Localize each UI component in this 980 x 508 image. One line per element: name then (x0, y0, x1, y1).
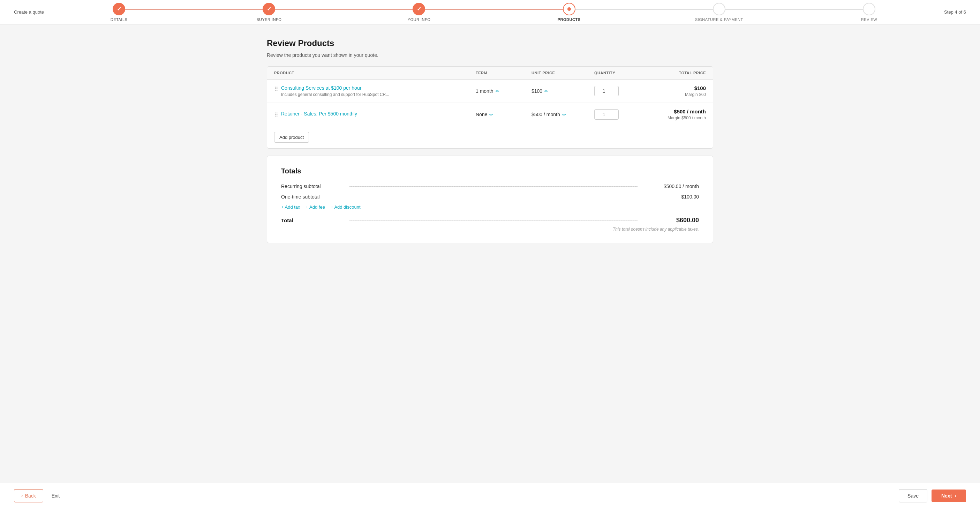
step-label-products: PRODUCTS (558, 18, 581, 22)
one-time-subtotal-value: $100.00 (643, 194, 699, 199)
unit-price-cell-2: $500 / month ✏ (531, 111, 594, 117)
drag-handle-icon[interactable]: ⠿ (274, 86, 278, 92)
totals-row-one-time: One-time subtotal $100.00 (281, 194, 699, 199)
total-cell-1: $100 Margin $60 (643, 85, 706, 97)
total-amount-2: $500 / month (643, 108, 706, 115)
step-label-your-info: YOUR INFO (408, 18, 431, 22)
totals-row-total: Total $600.00 (281, 217, 699, 224)
edit-term-icon-1[interactable]: ✏ (496, 89, 500, 94)
page-title: Review Products (267, 38, 713, 48)
totals-row-recurring: Recurring subtotal $500.00 / month (281, 183, 699, 189)
add-discount-link[interactable]: + Add discount (331, 204, 361, 210)
margin-text-2: Margin $500 / month (643, 115, 706, 120)
step-circle-details: ✓ (113, 3, 125, 15)
step-review[interactable]: REVIEW (794, 3, 944, 22)
quantity-input-1[interactable] (594, 86, 619, 96)
edit-term-icon-2[interactable]: ✏ (489, 112, 493, 117)
total-cell-2: $500 / month Margin $500 / month (643, 108, 706, 120)
page-subtitle: Review the products you want shown in yo… (267, 53, 713, 58)
stepper: ✓ DETAILS ✓ BUYER INFO ✓ YOUR INFO PRODU… (44, 3, 944, 22)
col-header-term: TERM (476, 71, 531, 75)
total-label: Total (281, 217, 344, 223)
unit-price-value-2: $500 / month (531, 111, 560, 117)
product-description-1: Includes general consulting and support … (281, 92, 389, 97)
col-header-product: PRODUCT (274, 71, 476, 75)
step-circle-your-info: ✓ (412, 3, 425, 15)
totals-line (350, 197, 638, 197)
term-value-2: None (476, 111, 487, 117)
top-bar: Create a quote ✓ DETAILS ✓ BUYER INFO ✓ … (0, 0, 980, 24)
step-label-review: REVIEW (861, 18, 877, 22)
quantity-cell-1 (594, 86, 643, 96)
main-content: Review Products Review the products you … (246, 24, 734, 288)
col-header-quantity: QUANTITY (594, 71, 643, 75)
step-label-signature-payment: SIGNATURE & PAYMENT (695, 18, 743, 22)
totals-actions: + Add tax + Add fee + Add discount (281, 204, 699, 210)
step-products[interactable]: PRODUCTS (494, 3, 644, 22)
totals-title: Totals (281, 167, 699, 175)
add-fee-link[interactable]: + Add fee (306, 204, 325, 210)
step-label-details: DETAILS (111, 18, 128, 22)
checkmark-icon: ✓ (417, 6, 421, 12)
drag-handle-icon[interactable]: ⠿ (274, 111, 278, 118)
add-product-button[interactable]: Add product (274, 132, 309, 143)
totals-card: Totals Recurring subtotal $500.00 / mont… (267, 156, 713, 243)
step-indicator: Step 4 of 6 (944, 10, 966, 15)
product-link-1[interactable]: Consulting Services at $100 per hour (281, 85, 361, 91)
step-your-info[interactable]: ✓ YOUR INFO (344, 3, 494, 22)
products-card: PRODUCT TERM UNIT PRICE QUANTITY TOTAL P… (267, 66, 713, 149)
unit-price-value-1: $100 (531, 88, 542, 94)
total-amount-1: $100 (643, 85, 706, 91)
totals-line (350, 186, 638, 187)
add-product-row: Add product (267, 126, 713, 148)
product-name-cell-2: ⠿ Retainer - Sales: Per $500 monthly (274, 111, 476, 118)
col-header-unit-price: UNIT PRICE (531, 71, 594, 75)
edit-price-icon-2[interactable]: ✏ (562, 112, 566, 117)
recurring-subtotal-label: Recurring subtotal (281, 183, 344, 189)
step-signature-payment[interactable]: SIGNATURE & PAYMENT (644, 3, 794, 22)
create-quote-label: Create a quote (14, 10, 44, 15)
product-name-cell-1: ⠿ Consulting Services at $100 per hour I… (274, 85, 476, 97)
term-cell-2: None ✏ (476, 111, 531, 117)
one-time-subtotal-label: One-time subtotal (281, 194, 344, 199)
col-header-total-price: TOTAL PRICE (643, 71, 706, 75)
step-circle-products (563, 3, 576, 15)
add-tax-link[interactable]: + Add tax (281, 204, 300, 210)
term-cell-1: 1 month ✏ (476, 88, 531, 94)
step-circle-review (863, 3, 875, 15)
checkmark-icon: ✓ (267, 6, 271, 12)
step-circle-signature-payment (713, 3, 725, 15)
term-value-1: 1 month (476, 88, 493, 94)
tax-disclaimer: This total doesn't include any applicabl… (281, 227, 699, 232)
step-label-buyer-info: BUYER INFO (256, 18, 282, 22)
recurring-subtotal-value: $500.00 / month (643, 183, 699, 189)
step-buyer-info[interactable]: ✓ BUYER INFO (194, 3, 344, 22)
quantity-input-2[interactable] (594, 109, 619, 119)
total-value: $600.00 (643, 217, 699, 224)
unit-price-cell-1: $100 ✏ (531, 88, 594, 94)
table-header: PRODUCT TERM UNIT PRICE QUANTITY TOTAL P… (267, 67, 713, 80)
edit-price-icon-1[interactable]: ✏ (544, 89, 548, 94)
step-details[interactable]: ✓ DETAILS (44, 3, 194, 22)
table-row: ⠿ Consulting Services at $100 per hour I… (267, 80, 713, 103)
checkmark-icon: ✓ (117, 6, 121, 12)
active-dot (568, 7, 571, 11)
quantity-cell-2 (594, 109, 643, 119)
step-circle-buyer-info: ✓ (262, 3, 275, 15)
product-link-2[interactable]: Retainer - Sales: Per $500 monthly (281, 111, 357, 116)
margin-text-1: Margin $60 (643, 92, 706, 97)
table-row: ⠿ Retainer - Sales: Per $500 monthly Non… (267, 103, 713, 126)
